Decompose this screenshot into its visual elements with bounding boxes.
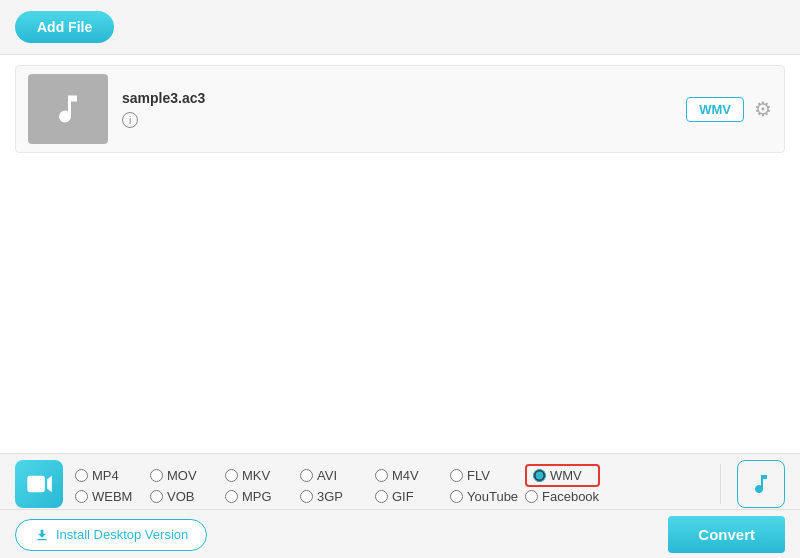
file-actions: WMV ⚙ [686,97,772,122]
format-option-wmv[interactable]: WMV [525,464,600,487]
top-bar: Add File [0,0,800,55]
video-tab-icon[interactable] [15,460,63,508]
install-desktop-button[interactable]: Install Desktop Version [15,519,207,551]
download-icon [34,527,50,543]
format-option-webm[interactable]: WEBM [75,489,150,504]
format-option-gif[interactable]: GIF [375,489,450,504]
info-icon[interactable]: i [122,112,138,128]
install-label: Install Desktop Version [56,527,188,542]
convert-button[interactable]: Convert [668,516,785,553]
svg-marker-1 [47,475,52,491]
format-option-mp4[interactable]: MP4 [75,468,150,483]
format-badge-button[interactable]: WMV [686,97,744,122]
format-option-mkv[interactable]: MKV [225,468,300,483]
file-row: sample3.ac3 i WMV ⚙ [15,65,785,153]
add-file-button[interactable]: Add File [15,11,114,43]
file-info: sample3.ac3 i [122,90,686,129]
format-option-youtube[interactable]: YouTube [450,489,525,504]
audio-tab-icon[interactable] [737,460,785,508]
svg-rect-0 [27,475,45,491]
format-option-m4v[interactable]: M4V [375,468,450,483]
format-option-vob[interactable]: VOB [150,489,225,504]
file-name: sample3.ac3 [122,90,686,106]
format-option-mov[interactable]: MOV [150,468,225,483]
bottom-actions: Install Desktop Version Convert [0,509,800,558]
format-option-3gp[interactable]: 3GP [300,489,375,504]
music-icon [50,91,86,127]
format-option-mpg[interactable]: MPG [225,489,300,504]
file-thumbnail [28,74,108,144]
format-option-flv[interactable]: FLV [450,468,525,483]
format-option-avi[interactable]: AVI [300,468,375,483]
bottom-panel: MP4 MOV MKV AVI M4V FLV WM [0,453,800,558]
audio-icon [749,472,773,496]
settings-icon[interactable]: ⚙ [754,97,772,121]
video-icon [25,470,53,498]
main-content: sample3.ac3 i WMV ⚙ [0,55,800,455]
vertical-divider [720,464,721,504]
format-option-facebook[interactable]: Facebook [525,489,600,504]
format-selector-row: MP4 MOV MKV AVI M4V FLV WM [0,454,800,509]
